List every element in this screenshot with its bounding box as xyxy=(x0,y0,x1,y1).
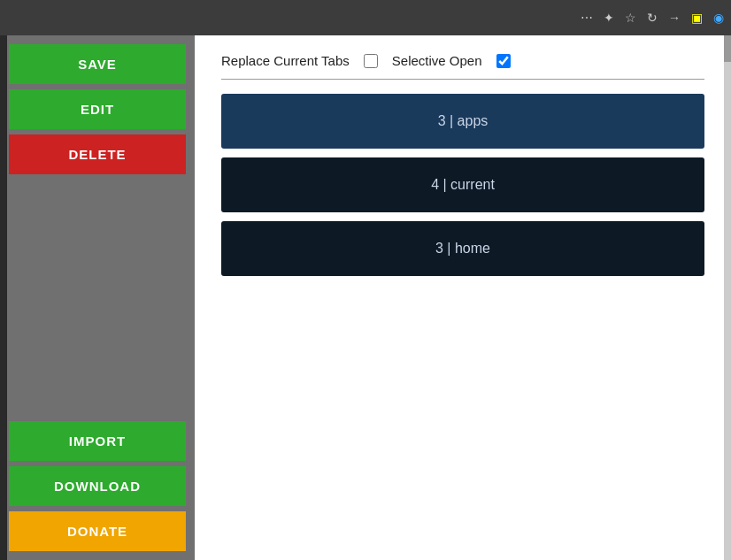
selective-open-checkbox[interactable] xyxy=(496,54,511,68)
shield-icon[interactable]: ✦ xyxy=(600,9,618,27)
star-icon[interactable]: ☆ xyxy=(621,9,640,27)
extension-icon-1[interactable]: ▣ xyxy=(688,9,706,27)
edit-button[interactable]: EDIT xyxy=(9,89,186,129)
browser-bar: ⋯ ✦ ☆ ↻ → ▣ ◉ xyxy=(0,0,731,35)
options-row: Replace Current Tabs Selective Open xyxy=(221,53,704,68)
tab-group-item[interactable]: 4 | current xyxy=(221,157,704,212)
tab-group-item[interactable]: 3 | apps xyxy=(221,94,704,149)
import-button[interactable]: IMPORT xyxy=(9,421,186,461)
replace-current-tabs-label: Replace Current Tabs xyxy=(221,53,350,68)
left-panel: SAVE EDIT DELETE IMPORT DOWNLOAD DONATE xyxy=(0,35,195,560)
download-button[interactable]: DOWNLOAD xyxy=(9,466,186,506)
forward-icon[interactable]: → xyxy=(665,9,684,27)
tab-group-item[interactable]: 3 | home xyxy=(221,221,704,276)
scrollbar[interactable] xyxy=(724,35,731,560)
spacer xyxy=(9,180,186,416)
divider xyxy=(221,79,704,80)
selective-open-label: Selective Open xyxy=(392,53,482,68)
extension-icon-2[interactable]: ◉ xyxy=(710,9,727,27)
donate-button[interactable]: DONATE xyxy=(9,511,186,551)
delete-button[interactable]: DELETE xyxy=(9,134,186,174)
refresh-icon[interactable]: ↻ xyxy=(643,9,661,27)
tab-group-list: 3 | apps4 | current3 | home xyxy=(221,94,704,276)
menu-icon[interactable]: ⋯ xyxy=(577,9,596,27)
main-area: SAVE EDIT DELETE IMPORT DOWNLOAD DONATE … xyxy=(0,35,731,560)
scrollbar-thumb[interactable] xyxy=(724,35,731,62)
left-edge xyxy=(0,35,7,560)
save-button[interactable]: SAVE xyxy=(9,44,186,84)
right-panel: Replace Current Tabs Selective Open 3 | … xyxy=(195,35,731,560)
replace-current-tabs-checkbox[interactable] xyxy=(364,54,378,68)
